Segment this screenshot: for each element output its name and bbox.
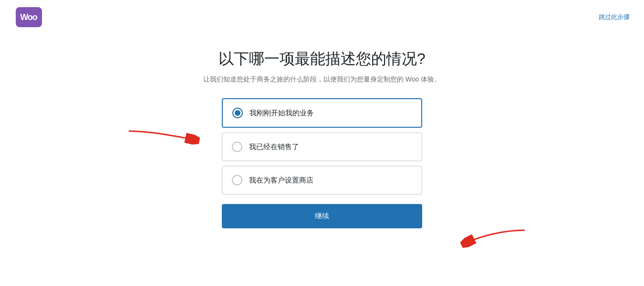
radio-inner-1 (235, 110, 240, 116)
radio-3 (232, 175, 242, 185)
option-label-3: 我在为客户设置商店 (249, 176, 313, 185)
options-container: 我刚刚开始我的业务 我已经在销售了 我在为客户设置商店 继续 (222, 98, 422, 228)
option-label-2: 我已经在销售了 (249, 143, 299, 152)
continue-button[interactable]: 继续 (222, 204, 422, 228)
woo-logo-box: Woo (16, 7, 42, 27)
right-arrow-decoration (458, 223, 534, 258)
logo-text: Woo (20, 12, 37, 22)
option-1[interactable]: 我刚刚开始我的业务 (222, 98, 422, 128)
skip-link[interactable]: 跳过此步骤 (599, 13, 630, 21)
header: Woo 跳过此步骤 (0, 0, 644, 34)
main-content: 以下哪一项最能描述您的情况? 让我们知道您处于商务之旅的什么阶段，以便我们为您量… (0, 34, 644, 228)
option-2[interactable]: 我已经在销售了 (222, 133, 422, 161)
page-subtitle: 让我们知道您处于商务之旅的什么阶段，以便我们为您量身定制您的 Woo 体验。 (203, 75, 441, 84)
option-3[interactable]: 我在为客户设置商店 (222, 166, 422, 194)
radio-2 (232, 142, 242, 152)
woo-logo: Woo (14, 6, 43, 29)
option-label-1: 我刚刚开始我的业务 (249, 109, 314, 118)
page-title: 以下哪一项最能描述您的情况? (218, 49, 426, 70)
radio-1 (232, 108, 243, 118)
